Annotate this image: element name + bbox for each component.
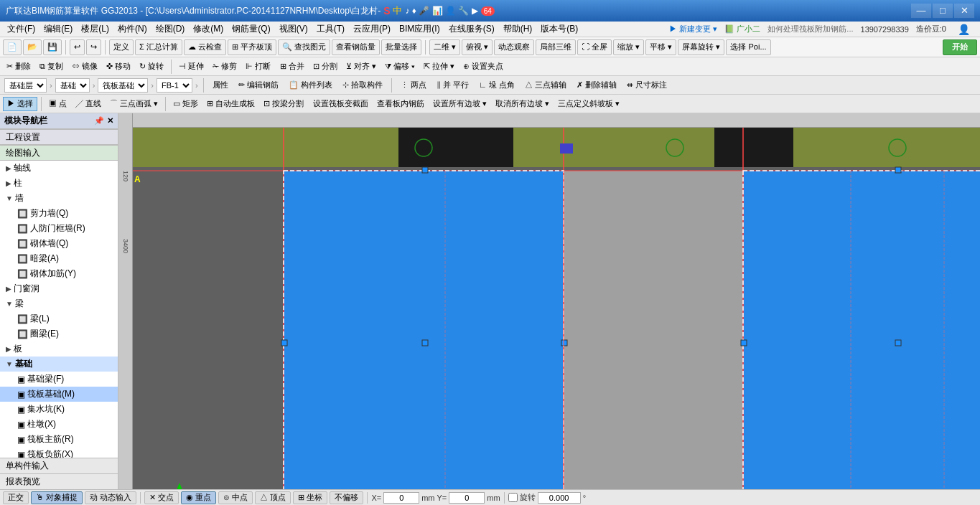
dimension-btn[interactable]: ⇺ 尺寸标注	[623, 78, 671, 93]
mirror-btn[interactable]: ⇔ 镜像	[68, 60, 101, 74]
open-btn[interactable]: 📂	[23, 39, 42, 55]
single-comp-input-btn[interactable]: 单构件输入	[0, 458, 118, 473]
top-view-btn[interactable]: 俯视 ▾	[462, 39, 493, 55]
edit-rebar-btn[interactable]: ✏ 编辑钢筋	[235, 78, 282, 93]
pick-comp-btn[interactable]: ⊹ 拾取构件	[339, 78, 386, 93]
rotate-btn[interactable]: ↻ 旋转	[136, 60, 167, 74]
rotate-checkbox[interactable]	[508, 493, 518, 502]
2d-btn[interactable]: 二维 ▾	[429, 39, 460, 55]
comp-list-btn[interactable]: 📋 构件列表	[285, 78, 336, 93]
line-draw-btn[interactable]: ╱ 直线	[72, 97, 105, 111]
canvas-area[interactable]: 120 3400	[118, 113, 980, 489]
tree-raft-main-rebar[interactable]: ▣ 筏板主筋(R)	[0, 432, 118, 447]
tree-axis[interactable]: ▶ 轴线	[0, 161, 118, 176]
merge-btn[interactable]: ⊞ 合并	[276, 60, 308, 74]
tree-column[interactable]: ▶ 柱	[0, 176, 118, 191]
view-slab-rebar-btn[interactable]: 查看板内钢筋	[373, 97, 428, 111]
fb-select[interactable]: FB-1	[157, 78, 192, 93]
center-btn[interactable]: ⊙ 中点	[218, 491, 253, 504]
offset-btn[interactable]: ⧩ 偏移 ▾	[381, 60, 419, 74]
tree-wall[interactable]: ▼ 墙	[0, 191, 118, 206]
tree-foundation[interactable]: ▼ 基础	[0, 357, 118, 372]
ortho-btn[interactable]: 正交	[3, 491, 29, 504]
x-input[interactable]	[383, 492, 419, 504]
dynamic-obs-btn[interactable]: 动态观察	[494, 39, 534, 55]
break-btn[interactable]: ⊩ 打断	[242, 60, 274, 74]
split-btn[interactable]: ⊡ 分割	[309, 60, 341, 74]
two-point-btn[interactable]: ⋮ 两点	[397, 78, 430, 93]
canvas-main[interactable]: A A1 Y X	[133, 128, 980, 489]
screen-rotate-btn[interactable]: 屏幕旋转 ▾	[678, 39, 724, 55]
zoom-btn[interactable]: 缩放 ▾	[613, 39, 644, 55]
tree-raft-neg-rebar[interactable]: ▣ 筏板负筋(X)	[0, 447, 118, 458]
tree-raft-found[interactable]: ▣ 筏板基础(M)	[0, 387, 118, 402]
tree-shear-wall[interactable]: 🔲 剪力墙(Q)	[0, 206, 118, 221]
menu-online[interactable]: 在线服务(S)	[444, 22, 499, 37]
tree-doorwindow[interactable]: ▶ 门窗洞	[0, 281, 118, 296]
menu-modify[interactable]: 修改(M)	[189, 22, 228, 37]
extend-btn[interactable]: ⊣ 延伸	[175, 60, 207, 74]
fullscreen-btn[interactable]: ⛶ 全屏	[577, 39, 612, 55]
select-poi-btn[interactable]: 选择 Poi...	[726, 39, 770, 55]
redo-btn[interactable]: ↪	[86, 39, 101, 55]
delete-btn[interactable]: ✂ 删除	[3, 60, 34, 74]
stretch-btn[interactable]: ⇱ 拉伸 ▾	[420, 60, 458, 74]
select-mode-btn[interactable]: ▶ 选择	[3, 97, 37, 111]
menu-help[interactable]: 帮助(H)	[499, 22, 537, 37]
minimize-btn[interactable]: —	[911, 4, 931, 18]
tree-masonry-rebar[interactable]: 🔲 砌体加筋(Y)	[0, 266, 118, 281]
arc-draw-btn[interactable]: ⌒ 三点画弧 ▾	[106, 97, 162, 111]
start-btn[interactable]: 开始	[943, 39, 977, 55]
menu-floor[interactable]: 楼层(L)	[77, 22, 113, 37]
menu-edit[interactable]: 编辑(E)	[39, 22, 77, 37]
intersect-btn[interactable]: ✕ 交点	[144, 491, 179, 504]
maximize-btn[interactable]: □	[933, 4, 953, 18]
structure-select[interactable]: 基础	[55, 78, 90, 93]
menu-draw[interactable]: 绘图(D)	[151, 22, 190, 37]
point-draw-btn[interactable]: ▣ 点	[45, 97, 70, 111]
partial-3d-btn[interactable]: 局部三维	[536, 39, 576, 55]
rect-btn[interactable]: ▭ 矩形	[169, 97, 202, 111]
del-aux-btn[interactable]: ✗ 删除辅轴	[573, 78, 620, 93]
menu-view[interactable]: 视图(V)	[275, 22, 312, 37]
close-btn[interactable]: ✕	[954, 4, 974, 18]
tree-masonry-wall[interactable]: 🔲 砌体墙(Q)	[0, 236, 118, 251]
tree-beam-l[interactable]: 🔲 梁(L)	[0, 311, 118, 326]
new-btn[interactable]: 📄	[3, 39, 22, 55]
tree-beam[interactable]: ▼ 梁	[0, 296, 118, 311]
slope-def-btn[interactable]: 三点定义斜坡板 ▾	[554, 97, 623, 111]
rotate-input[interactable]	[538, 492, 581, 504]
view-rebar-btn[interactable]: 查看钢筋量	[332, 39, 380, 55]
levelboard-btn[interactable]: ⊞ 平齐板顶	[228, 39, 276, 55]
menu-version[interactable]: 版本号(B)	[536, 22, 582, 37]
menu-rebar[interactable]: 钢筋量(Q)	[228, 22, 274, 37]
move-btn[interactable]: ✜ 移动	[103, 60, 134, 74]
tree-slab[interactable]: ▶ 板	[0, 341, 118, 357]
menu-cloud[interactable]: 云应用(P)	[349, 22, 395, 37]
save-btn[interactable]: 💾	[43, 39, 62, 55]
menu-component[interactable]: 构件(N)	[113, 22, 151, 37]
pan-btn[interactable]: 平移 ▾	[645, 39, 676, 55]
no-offset-btn[interactable]: 不偏移	[330, 491, 363, 504]
tree-ring-beam[interactable]: 🔲 圈梁(E)	[0, 326, 118, 341]
align-btn[interactable]: ⊻ 对齐 ▾	[342, 60, 380, 74]
attr-btn[interactable]: 属性	[209, 78, 232, 93]
three-point-aux-btn[interactable]: △ 三点辅轴	[521, 78, 570, 93]
calc-btn[interactable]: Σ 汇总计算	[135, 39, 182, 55]
define-btn[interactable]: 定义	[109, 39, 134, 55]
tree-blast-wall[interactable]: 🔲 人防门框墙(R)	[0, 221, 118, 236]
parallel-btn[interactable]: ∥ 并 平行	[433, 78, 472, 93]
vertex-btn[interactable]: △ 顶点	[255, 491, 291, 504]
sidebar-section-settings[interactable]: 工程设置	[0, 129, 118, 145]
undo-btn[interactable]: ↩	[70, 39, 85, 55]
cloud-check-btn[interactable]: ☁ 云检查	[184, 39, 226, 55]
auto-gen-btn[interactable]: ⊞ 自动生成板	[203, 97, 258, 111]
dynamic-input-btn[interactable]: 动 动态输入	[85, 491, 136, 504]
find-elem-btn[interactable]: 🔍 查找图元	[278, 39, 330, 55]
sidebar-pin-icon[interactable]: 📌	[94, 116, 104, 126]
menu-file[interactable]: 文件(F)	[3, 22, 39, 37]
sidebar-section-drawing[interactable]: 绘图输入	[0, 145, 118, 161]
base-layer-select[interactable]: 基础层	[4, 78, 47, 93]
tree-hidden-beam[interactable]: 🔲 暗梁(A)	[0, 251, 118, 266]
copy-btn[interactable]: ⧉ 复制	[36, 60, 67, 74]
